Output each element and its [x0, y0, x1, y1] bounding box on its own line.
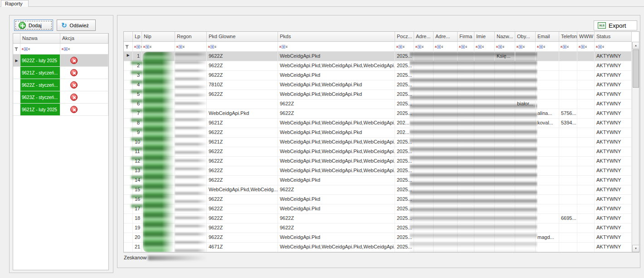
- column-header-adres2[interactable]: Adre...: [434, 32, 458, 42]
- filter-cell[interactable]: aBc: [60, 44, 108, 55]
- add-report-button[interactable]: Dodaj: [14, 20, 53, 31]
- filter-cell-pkd_glowne[interactable]: aBc: [207, 42, 278, 52]
- vertical-scrollbar[interactable]: ▲ ▼: [632, 42, 639, 252]
- cell-lp: 12: [133, 157, 142, 166]
- table-row[interactable]: 15WebCeidgApi.Pkd,WebCeidg...9622Z2025..…: [124, 185, 639, 195]
- table-row[interactable]: 7WebCeidgApi.Pkd9622Z2025...alina...5756…: [124, 109, 639, 119]
- cell-akcja: [60, 104, 108, 115]
- table-row[interactable]: 69622Z2025...białor...AKTYWNY: [124, 99, 639, 109]
- cell-regon: [175, 147, 207, 156]
- cell-firma: [458, 80, 474, 89]
- table-row[interactable]: 89621ZWebCeidgApi.Pkd,WebCeidgApi.Pkd,We…: [124, 119, 639, 128]
- column-header-telefon[interactable]: Telefon: [559, 32, 577, 42]
- cell-pocz: 2025...: [395, 223, 414, 233]
- table-row[interactable]: 179622ZWebCeidgApi.Pkd2025...AKTYWNY: [124, 204, 639, 214]
- table-row[interactable]: 99622ZWebCeidgApi.Pkd,WebCeidgApi.Pkd202…: [124, 128, 639, 138]
- filter-cell-www[interactable]: aBc: [577, 42, 595, 52]
- refresh-icon: ↻: [61, 22, 67, 29]
- scroll-down-button[interactable]: ▼: [632, 245, 639, 252]
- filter-cell-adres2[interactable]: aBc: [434, 42, 458, 52]
- table-row[interactable]: 209622ZWebCeidgApi.Pkd2025...magd...AKTY…: [124, 233, 639, 243]
- filter-cell-pkds[interactable]: aBc: [278, 42, 395, 52]
- refresh-button[interactable]: ↻ Odśwież: [57, 20, 96, 31]
- column-header-email[interactable]: Email: [536, 32, 559, 42]
- table-row[interactable]: 119622ZWebCeidgApi.Pkd,WebCeidgApi.Pkd,W…: [124, 147, 639, 157]
- filter-cell-lp[interactable]: aBc: [133, 42, 142, 52]
- table-row[interactable]: 169622ZWebCeidgApi.Pkd2025...AKTYWNY: [124, 195, 639, 204]
- table-row[interactable]: 214671ZWebCeidgApi.Pkd,WebCeidgApi.Pkd,W…: [124, 243, 639, 252]
- table-row[interactable]: 129622ZWebCeidgApi.Pkd,WebCeidgApi.Pkd,W…: [124, 157, 639, 166]
- cell-imie: [474, 214, 495, 223]
- filter-cell-email[interactable]: aBc: [536, 42, 559, 52]
- filter-indicator[interactable]: [13, 44, 20, 55]
- report-row[interactable]: 9621Z - styczeń...: [13, 67, 108, 79]
- filter-cell-regon[interactable]: aBc: [175, 42, 207, 52]
- column-header-nip[interactable]: Nip: [142, 32, 175, 42]
- filter-cell-obywatelstwo[interactable]: aBc: [515, 42, 536, 52]
- row-indicator: [124, 233, 133, 242]
- delete-report-button[interactable]: [70, 81, 78, 89]
- column-header-firma[interactable]: Firma: [458, 32, 474, 42]
- filter-cell-adres1[interactable]: aBc: [414, 42, 434, 52]
- table-row[interactable]: 47810ZWebCeidgApi.Pkd,WebCeidgApi.Pkd202…: [124, 80, 639, 90]
- cell-adres1: [414, 214, 434, 223]
- filter-cell-status[interactable]: aBc: [595, 42, 632, 52]
- filter-cell[interactable]: aBc: [20, 44, 60, 55]
- column-header-obywatelstwo[interactable]: Oby...: [515, 32, 536, 42]
- filter-cell-nip[interactable]: aBc: [142, 42, 175, 52]
- table-row[interactable]: 29622ZWebCeidgApi.Pkd,WebCeidgApi.Pkd,We…: [124, 61, 639, 71]
- cell-status: AKTYWNY: [595, 119, 632, 128]
- cell-pkd_glowne: 9621Z: [207, 119, 278, 128]
- table-row[interactable]: 199622Z9622Z2025...AKTYWNY: [124, 223, 639, 233]
- filter-cell-pocz[interactable]: aBc: [395, 42, 414, 52]
- table-row[interactable]: ▶19622ZWebCeidgApi.Pkd2025...Księ...AKTY…: [124, 52, 639, 61]
- column-header-adres1[interactable]: Adre...: [414, 32, 434, 42]
- column-header-status[interactable]: Status: [595, 32, 632, 42]
- data-grid-header: LpNipRegonPkd GlownePkdsPocz...Adre...Ad…: [124, 32, 639, 42]
- table-row[interactable]: 189622Z9622Z2025...6695...AKTYWNY: [124, 214, 639, 223]
- filter-cell-firma[interactable]: aBc: [458, 42, 474, 52]
- report-row[interactable]: 9622Z - styczeń...: [13, 79, 108, 91]
- cell-nip: [142, 243, 175, 252]
- table-row[interactable]: 39622ZWebCeidgApi.Pkd2025...AKTYWNY: [124, 71, 639, 80]
- grid-corner: [13, 34, 20, 44]
- cell-imie: [474, 109, 495, 118]
- column-header-imie[interactable]: Imie: [474, 32, 495, 42]
- filter-cell-imie[interactable]: aBc: [474, 42, 495, 52]
- delete-report-button[interactable]: [70, 94, 78, 101]
- scroll-thumb[interactable]: [633, 50, 639, 88]
- tab-raporty[interactable]: Raporty: [1, 0, 29, 7]
- cell-pkds: 9622Z: [278, 185, 395, 194]
- delete-report-button[interactable]: [70, 106, 78, 113]
- column-header-pkd_glowne[interactable]: Pkd Glowne: [207, 32, 278, 42]
- delete-report-button[interactable]: [70, 69, 78, 76]
- export-button[interactable]: XLS Export: [594, 20, 637, 30]
- row-indicator: [124, 71, 133, 80]
- table-row[interactable]: 109621ZWebCeidgApi.Pkd,WebCeidgApi.Pkd,W…: [124, 138, 639, 147]
- filter-cell-telefon[interactable]: aBc: [559, 42, 577, 52]
- column-header-nazwa[interactable]: Nazwa: [20, 34, 60, 44]
- table-row[interactable]: 59622ZWebCeidgApi.Pkd,WebCeidgApi.Pkd202…: [124, 90, 639, 99]
- report-row[interactable]: 9623Z - styczeń...: [13, 91, 108, 104]
- column-header-pkds[interactable]: Pkds: [278, 32, 395, 42]
- column-header-akcja[interactable]: Akcja: [60, 34, 108, 44]
- filter-cell-nazwisko[interactable]: aBc: [495, 42, 515, 52]
- delete-report-button[interactable]: [70, 57, 78, 64]
- cell-adres2: [434, 204, 458, 213]
- column-header-www[interactable]: WWW: [577, 32, 595, 42]
- cell-nazwisko: Księ...: [495, 52, 515, 61]
- cell-obywatelstwo: [515, 61, 536, 70]
- row-indicator: ▶: [13, 55, 20, 66]
- row-indicator: [124, 195, 133, 204]
- filter-indicator[interactable]: [124, 42, 133, 52]
- column-header-regon[interactable]: Regon: [175, 32, 207, 42]
- scroll-up-button[interactable]: ▲: [632, 42, 639, 49]
- cell-nip: [142, 195, 175, 204]
- column-header-pocz[interactable]: Pocz...: [395, 32, 414, 42]
- report-row[interactable]: 9621Z - luty 2025: [13, 104, 108, 116]
- report-row[interactable]: ▶9622Z - luty 2025: [13, 55, 108, 67]
- column-header-lp[interactable]: Lp: [133, 32, 142, 42]
- table-row[interactable]: 139622ZWebCeidgApi.Pkd,WebCeidgApi.Pkd,W…: [124, 166, 639, 176]
- column-header-nazwisko[interactable]: Nazw...: [495, 32, 515, 42]
- table-row[interactable]: 149622ZWebCeidgApi.Pkd2025...AKTYWNY: [124, 176, 639, 185]
